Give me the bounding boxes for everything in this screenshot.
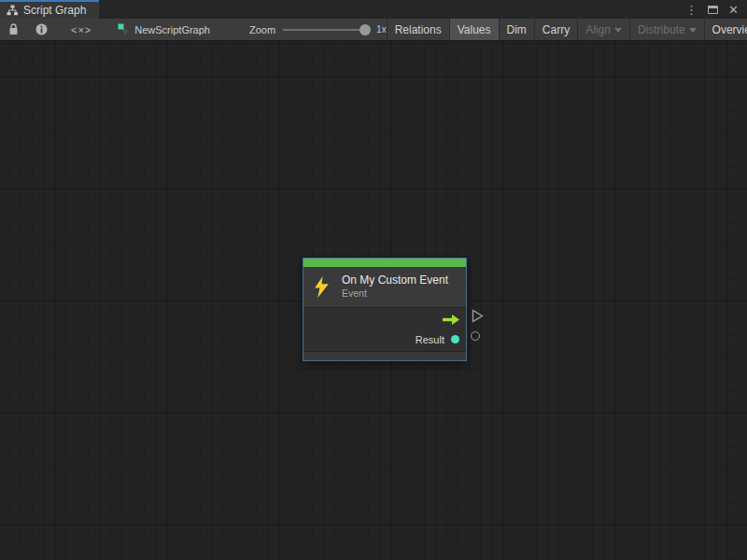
overview-button[interactable]: Overview: [704, 19, 747, 40]
chevron-down-icon: [614, 28, 622, 33]
distribute-label: Distribute: [638, 23, 685, 36]
titlebar: Script Graph ⋮ ✕: [0, 0, 747, 19]
info-icon: [35, 23, 48, 35]
zoom-slider[interactable]: [283, 29, 369, 31]
tab-script-graph[interactable]: Script Graph: [0, 0, 99, 19]
zoom-value: 1x: [376, 24, 387, 35]
window-menu-icon[interactable]: ⋮: [685, 4, 698, 16]
lock-icon: [8, 23, 19, 35]
tab-title: Script Graph: [23, 4, 86, 17]
graph-hierarchy-icon: [7, 5, 19, 16]
relations-button[interactable]: Relations: [387, 19, 449, 40]
node-titles: On My Custom Event Event: [342, 273, 448, 300]
align-dropdown[interactable]: Align: [577, 19, 629, 40]
node-on-my-custom-event[interactable]: On My Custom Event Event Result: [303, 258, 467, 361]
graph-asset-reference[interactable]: NewScriptGraph: [106, 19, 219, 40]
node-footer: [303, 351, 466, 360]
edit-source-button[interactable]: <×>: [56, 19, 106, 40]
graph-asset-name: NewScriptGraph: [134, 24, 210, 35]
toolbar-toggle-buttons: Relations Values Dim Carry Align Distrib…: [387, 19, 747, 40]
carry-label: Carry: [543, 23, 570, 36]
maximize-icon[interactable]: [708, 6, 718, 14]
inspect-button[interactable]: [27, 19, 56, 40]
zoom-control: Zoom 1x: [249, 19, 387, 40]
relations-label: Relations: [395, 23, 442, 36]
lightning-bolt-icon: [314, 276, 330, 298]
zoom-label: Zoom: [249, 24, 275, 35]
node-event-accent-bar: [303, 259, 466, 267]
distribute-dropdown[interactable]: Distribute: [629, 19, 704, 40]
node-header[interactable]: On My Custom Event Event: [303, 267, 466, 307]
flow-output-port-row[interactable]: [303, 310, 466, 329]
values-button[interactable]: Values: [449, 19, 499, 40]
external-flow-port-icon[interactable]: [472, 309, 484, 323]
flow-arrow-icon: [443, 315, 459, 325]
node-subtitle: Event: [342, 287, 448, 300]
value-port-dot-icon[interactable]: [451, 335, 459, 343]
script-graph-window: Script Graph ⋮ ✕ <×>: [0, 0, 747, 560]
values-label: Values: [458, 23, 491, 36]
node-ports: Result: [303, 307, 466, 351]
titlebar-controls: ⋮ ✕: [685, 0, 747, 19]
result-output-port-row[interactable]: Result: [303, 329, 466, 349]
zoom-slider-handle[interactable]: [359, 24, 371, 35]
carry-button[interactable]: Carry: [534, 19, 577, 40]
code-icon: <×>: [71, 24, 92, 35]
external-value-port-icon[interactable]: [471, 331, 480, 341]
dim-button[interactable]: Dim: [499, 19, 534, 40]
result-port-label: Result: [416, 334, 444, 345]
close-icon[interactable]: ✕: [728, 4, 739, 16]
overview-label: Overview: [712, 23, 747, 36]
graph-asset-icon: [118, 23, 130, 35]
node-title: On My Custom Event: [342, 273, 448, 287]
graph-canvas[interactable]: On My Custom Event Event Result: [0, 41, 747, 560]
dim-label: Dim: [507, 23, 527, 36]
align-label: Align: [585, 23, 611, 36]
toolbar: <×> NewScriptGraph Zoom 1x Relations Val…: [0, 19, 747, 41]
chevron-down-icon: [689, 28, 697, 33]
lock-button[interactable]: [0, 19, 27, 40]
